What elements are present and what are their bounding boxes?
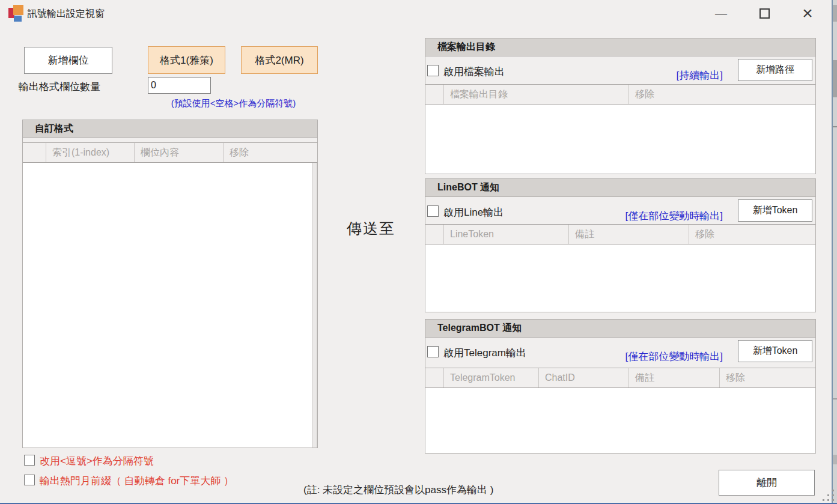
resize-grip[interactable] [820, 487, 835, 502]
table-header-row: LineToken 備註 移除 [425, 225, 815, 244]
column-header-remove: 移除 [223, 143, 317, 162]
file-output-table: 檔案輸出目錄 移除 [425, 84, 815, 174]
column-header-select [425, 85, 443, 104]
file-output-header: 檔案輸出目錄 [425, 38, 815, 56]
column-header-remove: 移除 [629, 85, 815, 104]
column-header-content: 欄位內容 [134, 143, 223, 162]
column-header-select [425, 225, 443, 244]
background-scrollbar-segment [833, 5, 837, 22]
panel-title: LineBOT 通知 [437, 181, 499, 194]
signal-output-settings-window: 訊號輸出設定視窗 — × 新增欄位 輸出格式欄位數量 格式1(雅策) 格式2(M… [0, 0, 837, 504]
background-window-edge [833, 0, 837, 504]
linebot-table: LineToken 備註 移除 [425, 224, 815, 312]
background-separator [833, 126, 837, 127]
background-scrollbar-segment [833, 455, 837, 464]
custom-format-table: 索引(1-index) 欄位內容 移除 [23, 142, 317, 448]
hot-month-prefix-label: 輸出熱門月前綴（ 自動轉倉 for下單大師 ） [40, 474, 234, 488]
telegrambot-table-body [425, 388, 815, 453]
telegrambot-panel: TelegramBOT 通知 啟用Telegram輸出 [僅在部位變動時輸出] … [425, 319, 816, 454]
column-header-directory: 檔案輸出目錄 [443, 85, 629, 104]
custom-format-panel: 自訂格式 索引(1-index) 欄位內容 移除 [22, 120, 318, 448]
linebot-header: LineBOT 通知 [425, 179, 815, 197]
close-button[interactable]: × [794, 2, 821, 24]
file-output-toolbar: 啟用檔案輸出 [持續輸出] 新增路徑 [425, 56, 815, 84]
custom-format-table-body [23, 163, 317, 448]
grip-dot [832, 499, 834, 501]
add-telegram-token-button[interactable]: 新增Token [738, 340, 812, 362]
position-change-hint: [僅在部位變動時輸出] [625, 209, 723, 223]
column-header-index: 索引(1-index) [46, 143, 134, 162]
custom-format-header: 自訂格式 [23, 120, 317, 138]
enable-telegram-output-checkbox[interactable] [427, 346, 439, 357]
window-controls: — × [708, 2, 821, 24]
panel-title: 檔案輸出目錄 [437, 41, 495, 53]
enable-line-output-label: 啟用Line輸出 [443, 205, 504, 219]
column-header-note: 備註 [629, 368, 719, 387]
column-header-remove: 移除 [689, 225, 815, 244]
grip-dot [827, 494, 829, 496]
title-bar: 訊號輸出設定視窗 — × [0, 0, 832, 27]
window-title: 訊號輸出設定視窗 [28, 8, 105, 20]
telegrambot-header: TelegramBOT 通知 [425, 320, 815, 338]
minimize-button[interactable]: — [708, 2, 734, 24]
grip-dot [823, 499, 824, 501]
minimize-icon: — [715, 7, 727, 19]
telegrambot-table: TelegramToken ChatID 備註 移除 [425, 368, 815, 453]
linebot-table-body [425, 244, 815, 312]
vertical-scrollbar[interactable] [312, 163, 317, 448]
footer-note: (註: 未設定之欄位預設會以pass作為輸出 ) [303, 483, 493, 497]
table-header-row: 索引(1-index) 欄位內容 移除 [23, 143, 317, 163]
panel-title: 自訂格式 [35, 123, 73, 135]
app-icon-blue-square [14, 16, 22, 22]
column-header-select [23, 143, 46, 162]
grip-dot [827, 499, 829, 501]
maximize-button[interactable] [751, 2, 778, 24]
field-count-label: 輸出格式欄位數量 [19, 80, 100, 94]
add-field-button[interactable]: 新增欄位 [24, 47, 112, 74]
add-line-token-button[interactable]: 新增Token [738, 199, 812, 222]
add-path-button[interactable]: 新增路徑 [738, 59, 812, 81]
close-icon: × [802, 4, 813, 22]
exit-button[interactable]: 離開 [719, 470, 815, 496]
enable-telegram-output-label: 啟用Telegram輸出 [443, 346, 526, 360]
file-output-panel: 檔案輸出目錄 啟用檔案輸出 [持續輸出] 新增路徑 檔案輸出目錄 移除 [425, 38, 816, 174]
separator-hint: (預設使用<空格>作為分隔符號) [148, 98, 319, 109]
app-icon [8, 4, 24, 20]
linebot-toolbar: 啟用Line輸出 [僅在部位變動時輸出] 新增Token [425, 197, 815, 224]
background-scrollbar-segment [833, 60, 837, 97]
continuous-output-hint: [持續輸出] [677, 68, 723, 82]
column-header-note: 備註 [568, 225, 689, 244]
enable-file-output-label: 啟用檔案輸出 [443, 65, 505, 79]
column-header-remove: 移除 [719, 368, 815, 387]
grip-dot [832, 494, 834, 496]
column-header-linetoken: LineToken [443, 225, 568, 244]
telegrambot-toolbar: 啟用Telegram輸出 [僅在部位變動時輸出] 新增Token [425, 338, 815, 368]
use-comma-separator-label: 改用<逗號>作為分隔符號 [40, 454, 154, 468]
table-header-row: TelegramToken ChatID 備註 移除 [425, 368, 815, 388]
send-to-label: 傳送至 [347, 219, 395, 238]
enable-line-output-checkbox[interactable] [427, 205, 439, 217]
column-header-select [425, 368, 443, 387]
format2-button[interactable]: 格式2(MR) [241, 46, 318, 74]
use-comma-separator-checkbox[interactable] [24, 455, 35, 466]
spacer [23, 138, 317, 142]
panel-title: TelegramBOT 通知 [437, 322, 522, 335]
app-icon-orange-square [13, 5, 23, 15]
maximize-icon [759, 8, 770, 19]
file-output-table-body [425, 105, 815, 174]
position-change-hint: [僅在部位變動時輸出] [625, 350, 723, 363]
format1-button[interactable]: 格式1(雅策) [148, 46, 225, 74]
field-count-input[interactable] [148, 77, 211, 94]
grip-dot [832, 490, 834, 491]
background-separator [833, 398, 837, 399]
hot-month-prefix-checkbox[interactable] [24, 475, 35, 485]
column-header-telegramtoken: TelegramToken [443, 368, 538, 387]
table-header-row: 檔案輸出目錄 移除 [425, 85, 815, 105]
linebot-panel: LineBOT 通知 啟用Line輸出 [僅在部位變動時輸出] 新增Token … [425, 178, 816, 312]
column-header-chatid: ChatID [538, 368, 629, 387]
enable-file-output-checkbox[interactable] [427, 65, 439, 76]
